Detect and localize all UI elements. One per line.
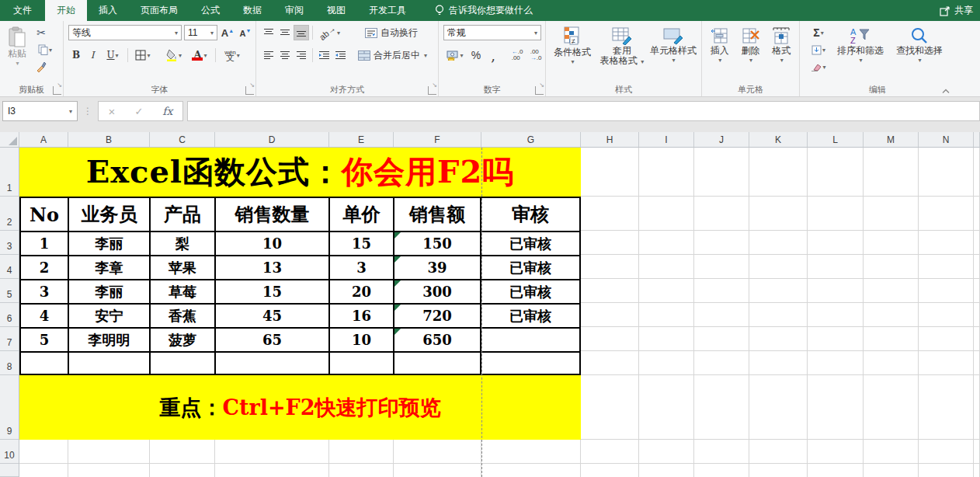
table-cell[interactable]: 10 xyxy=(216,232,330,256)
footer-banner-cell[interactable]: 重点：Ctrl+F2快速打印预览 xyxy=(19,375,581,440)
select-all-corner[interactable] xyxy=(0,132,19,147)
align-bottom-button[interactable] xyxy=(294,25,309,40)
table-header-cell[interactable]: 销售数量 xyxy=(216,198,330,232)
fill-button[interactable]: ▾ xyxy=(806,42,831,57)
row-header-10[interactable]: 10 xyxy=(0,440,19,464)
table-cell[interactable]: 安宁 xyxy=(69,305,151,329)
column-header-A[interactable]: A xyxy=(19,132,68,147)
column-header-L[interactable]: L xyxy=(808,132,864,147)
cell-styles-button[interactable]: 单元格样式 ▾ xyxy=(648,25,699,82)
cut-button[interactable]: ✂ xyxy=(33,25,49,40)
cancel-icon[interactable]: × xyxy=(109,105,116,118)
row-header-6[interactable]: 6 xyxy=(0,303,19,327)
align-middle-button[interactable] xyxy=(277,25,293,40)
merge-center-button[interactable]: 合并后居中▾ xyxy=(358,49,427,62)
table-cell[interactable] xyxy=(216,353,330,377)
format-cells-button[interactable]: 格式 ▾ xyxy=(766,25,797,82)
column-header-I[interactable]: I xyxy=(639,132,694,147)
tab-page-layout[interactable]: 页面布局 xyxy=(129,0,189,21)
column-header-G[interactable]: G xyxy=(481,132,581,147)
paste-button[interactable]: 粘贴 ▾ xyxy=(2,25,32,82)
table-cell[interactable] xyxy=(394,353,481,377)
table-cell[interactable]: 65 xyxy=(216,329,330,353)
comma-style-button[interactable]: , xyxy=(485,47,501,63)
table-cell[interactable]: 3 xyxy=(21,280,69,305)
column-header-partial[interactable] xyxy=(974,132,980,147)
table-cell[interactable]: 1 xyxy=(21,232,69,256)
table-cell[interactable] xyxy=(21,353,69,377)
name-box-dropdown-icon[interactable]: ▾ xyxy=(69,108,72,115)
wrap-text-button[interactable]: 自动换行 xyxy=(365,26,418,40)
table-cell[interactable]: 菠萝 xyxy=(151,329,216,353)
table-cell[interactable]: 4 xyxy=(21,305,69,329)
column-header-D[interactable]: D xyxy=(215,132,329,147)
phonetic-guide-button[interactable]: wén 文 ▾ xyxy=(219,47,245,63)
orientation-button[interactable]: ab→ ▾ xyxy=(316,25,342,40)
tab-view[interactable]: 视图 xyxy=(315,0,357,21)
autosum-button[interactable]: Σ▾ xyxy=(806,25,831,40)
table-cell[interactable]: 650 xyxy=(394,329,481,353)
font-size-select[interactable]: 11▾ xyxy=(184,25,217,40)
table-cell[interactable]: 15 xyxy=(216,280,330,305)
underline-button[interactable]: U▾ xyxy=(101,47,124,63)
increase-indent-button[interactable] xyxy=(332,47,348,63)
row-header-4[interactable]: 4 xyxy=(0,255,19,279)
font-name-select[interactable]: 等线▾ xyxy=(68,25,182,40)
column-header-H[interactable]: H xyxy=(581,132,639,147)
row-header-9[interactable]: 9 xyxy=(0,375,19,440)
table-cell[interactable]: 20 xyxy=(330,280,394,305)
table-cell[interactable] xyxy=(151,353,216,377)
percent-style-button[interactable]: % xyxy=(468,47,484,63)
sheet-grid[interactable]: 12345678910 Excel函数公式：你会用F2吗 No业务员产品销售数量… xyxy=(0,148,980,477)
row-header-1[interactable]: 1 xyxy=(0,148,19,197)
table-cell[interactable]: 16 xyxy=(330,305,394,329)
table-header-cell[interactable]: 产品 xyxy=(151,198,216,232)
tab-developer[interactable]: 开发工具 xyxy=(357,0,418,21)
insert-function-icon[interactable]: fx xyxy=(162,105,172,117)
share-button[interactable]: 共享 xyxy=(940,0,980,21)
table-cell[interactable]: 已审核 xyxy=(481,280,579,305)
tab-home[interactable]: 开始 xyxy=(45,0,87,21)
table-header-cell[interactable]: 业务员 xyxy=(69,198,151,232)
clear-button[interactable]: ▾ xyxy=(806,59,831,75)
table-cell[interactable]: 李明明 xyxy=(69,329,151,353)
column-header-M[interactable]: M xyxy=(864,132,919,147)
formula-input[interactable] xyxy=(187,101,980,121)
borders-button[interactable]: ▾ xyxy=(131,47,155,63)
align-center-button[interactable] xyxy=(277,47,293,63)
row-header-5[interactable]: 5 xyxy=(0,279,19,303)
row-header-2[interactable]: 2 xyxy=(0,197,19,231)
delete-cells-button[interactable]: 删除 ▾ xyxy=(735,25,766,82)
sort-filter-button[interactable]: AZ 排序和筛选 ▾ xyxy=(831,25,890,82)
format-as-table-button[interactable]: 套用表格格式 ▾ xyxy=(596,25,648,82)
fill-color-button[interactable]: ▾ xyxy=(162,47,186,63)
align-right-button[interactable] xyxy=(294,47,309,63)
row-header-partial[interactable] xyxy=(0,464,19,477)
table-header-cell[interactable]: 单价 xyxy=(330,198,394,232)
insert-cells-button[interactable]: 插入 ▾ xyxy=(704,25,735,82)
increase-font-size-button[interactable]: A▲ xyxy=(220,25,235,40)
enter-icon[interactable]: ✓ xyxy=(134,106,143,117)
column-header-F[interactable]: F xyxy=(394,132,481,147)
column-header-B[interactable]: B xyxy=(68,132,150,147)
table-cell[interactable]: 10 xyxy=(330,329,394,353)
table-cell[interactable]: 15 xyxy=(330,232,394,256)
table-cell[interactable]: 720 xyxy=(394,305,481,329)
decrease-indent-button[interactable] xyxy=(316,47,332,63)
decrease-font-size-button[interactable]: A▼ xyxy=(238,25,253,40)
decrease-decimal-button[interactable]: .00→.0 xyxy=(527,47,544,63)
table-cell[interactable]: 李丽 xyxy=(69,280,151,305)
copy-button[interactable]: ▾ xyxy=(33,42,57,57)
name-box[interactable]: I3 ▾ xyxy=(2,101,78,121)
table-cell[interactable]: 草莓 xyxy=(151,280,216,305)
column-header-J[interactable]: J xyxy=(694,132,749,147)
number-format-select[interactable]: 常规▾ xyxy=(443,25,541,40)
alignment-dialog-launcher[interactable] xyxy=(428,86,436,95)
find-select-button[interactable]: 查找和选择 ▾ xyxy=(890,25,949,82)
font-color-button[interactable]: A ▾ xyxy=(187,47,212,63)
table-cell[interactable]: 2 xyxy=(21,256,69,280)
italic-button[interactable]: I xyxy=(85,47,100,63)
table-cell[interactable]: 3 xyxy=(330,256,394,280)
table-header-cell[interactable]: 审核 xyxy=(481,198,579,232)
number-dialog-launcher[interactable] xyxy=(535,86,544,95)
